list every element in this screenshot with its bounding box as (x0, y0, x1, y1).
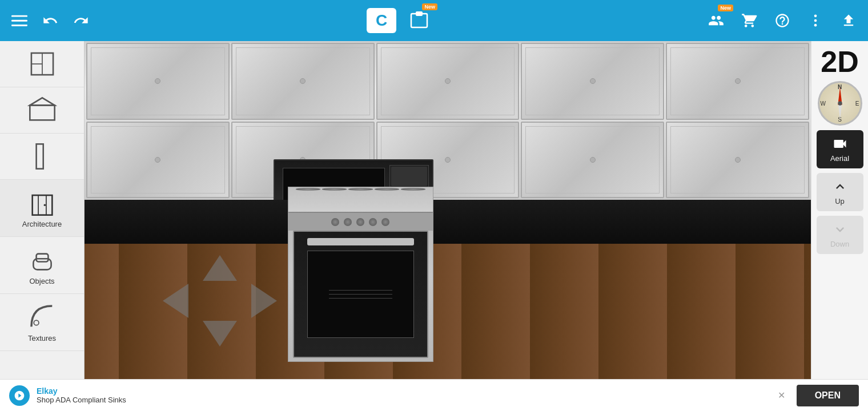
help-button[interactable] (772, 10, 793, 31)
svg-rect-14 (32, 195, 52, 215)
svg-point-16 (43, 204, 45, 206)
range-door (293, 231, 428, 358)
ad-banner: Elkay Shop ADA Compliant Sinks ✕ OPEN (0, 379, 868, 411)
rack-2 (329, 294, 392, 295)
cabinet-door-10 (666, 122, 809, 199)
compass-circle: N S E W (818, 81, 862, 126)
toolbar-center: C New (91, 8, 706, 33)
range-window (307, 251, 414, 339)
burner-5 (401, 188, 425, 190)
aerial-button[interactable]: Aerial (817, 130, 863, 168)
knob-5 (381, 218, 389, 226)
cabinet-door-4 (521, 43, 664, 120)
cabinet-door-5 (666, 43, 809, 120)
ad-brand-name: Elkay (37, 386, 771, 396)
compass[interactable]: N S E W (818, 81, 862, 126)
burner-1 (296, 188, 320, 190)
toolbar: C New New (0, 0, 868, 41)
brand-letter: C (376, 11, 387, 30)
svg-rect-1 (11, 20, 27, 22)
svg-rect-18 (36, 254, 48, 262)
view-2d-label[interactable]: 2D (821, 47, 858, 76)
cabinet-door-9 (521, 122, 664, 199)
nav-arrows-overlay (157, 249, 283, 352)
sidebar-item-walls[interactable] (0, 134, 84, 180)
svg-marker-12 (30, 98, 54, 105)
cabinet-door-3 (376, 43, 520, 120)
svg-point-6 (814, 19, 817, 22)
up-label: Up (835, 197, 845, 206)
burner-4 (375, 188, 399, 190)
sidebar-item-objects[interactable]: Objects (0, 237, 84, 294)
range-racks (329, 268, 392, 320)
range-handle (307, 238, 414, 245)
sidebar-objects-label: Objects (29, 277, 54, 285)
microwave-btn-1 (391, 167, 427, 186)
right-panel: 2D N S E W Aerial Up Down (811, 41, 868, 379)
upload-button[interactable] (838, 10, 859, 31)
cabinet-door-2 (231, 43, 375, 120)
up-button[interactable]: Up (817, 173, 863, 211)
knob-2 (344, 218, 352, 226)
range-controls (288, 213, 432, 231)
cart-button[interactable] (739, 10, 760, 31)
toolbar-right: New (706, 10, 859, 31)
svg-rect-4 (416, 11, 423, 16)
team-button[interactable]: New (706, 10, 726, 31)
backsplash (85, 200, 811, 251)
cabinet-door-6 (86, 122, 230, 199)
menu-button[interactable] (9, 10, 30, 31)
new-feature-button[interactable]: New (408, 9, 431, 32)
sidebar-item-floor-plan[interactable] (0, 41, 84, 87)
svg-marker-23 (251, 284, 277, 318)
ad-logo (9, 385, 30, 406)
new-badge: New (422, 3, 437, 10)
svg-rect-11 (30, 105, 54, 120)
brand-logo[interactable]: C (367, 8, 396, 33)
sidebar-item-architecture[interactable]: Architecture (0, 180, 84, 237)
toolbar-left (9, 10, 91, 31)
burner-3 (348, 188, 373, 190)
knob-4 (369, 218, 377, 226)
svg-marker-21 (203, 321, 237, 346)
undo-button[interactable] (40, 10, 61, 31)
rack-3 (329, 298, 392, 299)
down-label: Down (830, 240, 849, 248)
svg-point-19 (34, 320, 39, 325)
sidebar-textures-label: Textures (28, 334, 56, 342)
main-3d-view[interactable] (85, 41, 811, 379)
svg-point-26 (838, 101, 842, 105)
svg-marker-20 (203, 255, 237, 281)
sidebar-item-build[interactable] (0, 87, 84, 134)
burner-2 (322, 188, 347, 190)
ad-title-text: Shop ADA Compliant Sinks (37, 396, 771, 404)
sidebar-item-textures[interactable]: Textures (0, 294, 84, 351)
svg-marker-22 (163, 284, 188, 318)
sidebar-architecture-label: Architecture (22, 220, 62, 228)
svg-rect-13 (36, 144, 43, 168)
upper-cabinets (85, 41, 811, 200)
cabinet-door-1 (86, 43, 230, 120)
team-new-badge: New (718, 5, 733, 11)
knob-3 (356, 218, 364, 226)
svg-point-5 (814, 15, 817, 18)
aerial-label: Aerial (830, 154, 849, 163)
range-top (288, 187, 432, 213)
svg-point-7 (814, 24, 817, 27)
knob-1 (331, 218, 339, 226)
upper-cab-grid (85, 41, 811, 200)
svg-rect-2 (11, 25, 27, 26)
down-button[interactable]: Down (817, 216, 863, 254)
ad-text: Elkay Shop ADA Compliant Sinks (37, 386, 771, 404)
rack-1 (329, 290, 392, 291)
sidebar: Architecture Objects Textures (0, 41, 85, 379)
svg-rect-0 (11, 15, 27, 17)
range-burners (296, 188, 425, 190)
redo-button[interactable] (71, 10, 91, 31)
ad-open-button[interactable]: OPEN (797, 385, 859, 406)
range-oven (288, 187, 433, 362)
more-button[interactable] (805, 10, 826, 31)
ad-close-button[interactable]: ✕ (778, 390, 785, 401)
